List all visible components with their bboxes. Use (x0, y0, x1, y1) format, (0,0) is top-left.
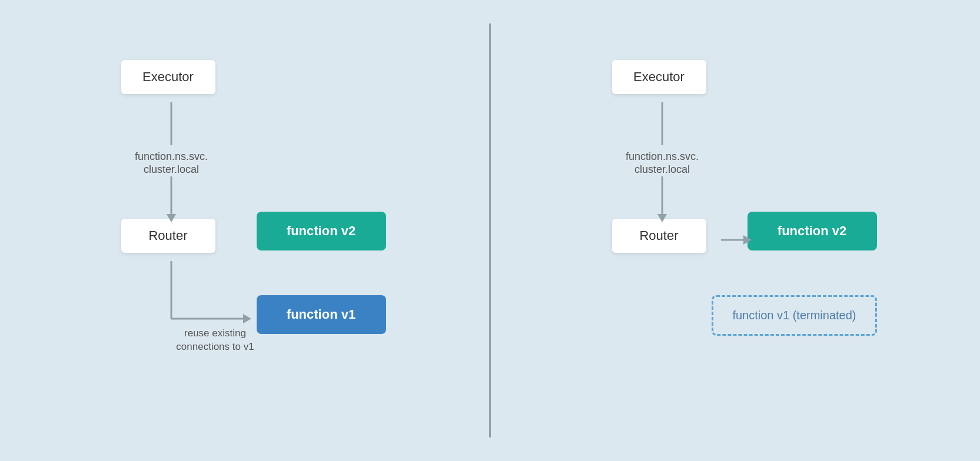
fn-v1-terminated-node: function v1 (terminated) (712, 295, 876, 336)
router-label-2: Router (639, 228, 678, 243)
fn-v2-box-1: function v2 (257, 212, 386, 250)
fn-v2-node-1: function v2 (257, 212, 386, 250)
fn-v2-label-2: function v2 (778, 223, 846, 238)
svg-text:function.ns.svc.: function.ns.svc. (625, 151, 698, 162)
router-box-2: Router (612, 219, 706, 253)
diagram-2: Executor Router function v2 function v1 … (594, 42, 877, 419)
router-box-1: Router (121, 219, 215, 253)
executor-node-2: Executor (612, 60, 706, 94)
fn-v2-label-1: function v2 (287, 223, 356, 238)
executor-node-1: Executor (121, 60, 215, 94)
svg-text:cluster.local: cluster.local (143, 163, 198, 175)
reuse-label: reuse existingconnections to v1 (174, 327, 257, 354)
fn-v1-label-1: function v1 (287, 307, 356, 322)
router-node-2: Router (612, 219, 706, 253)
fn-v2-node-2: function v2 (748, 212, 877, 250)
fn-v1-terminated-box: function v1 (terminated) (712, 295, 876, 336)
svg-text:function.ns.svc.: function.ns.svc. (134, 151, 207, 162)
router-node-1: Router (121, 219, 215, 253)
executor-label-1: Executor (142, 69, 194, 84)
fn-v2-box-2: function v2 (748, 212, 877, 250)
fn-v1-terminated-label: function v1 (terminated) (732, 309, 856, 322)
diagrams-container: Executor Router function v2 function v1 (0, 0, 980, 461)
router-label-1: Router (148, 228, 187, 243)
executor-box-2: Executor (612, 60, 706, 94)
fn-v1-box-1: function v1 (257, 295, 386, 334)
diagram-panel-right: Executor Router function v2 function v1 … (491, 0, 980, 461)
fn-v1-node-1: function v1 (257, 295, 386, 334)
svg-text:cluster.local: cluster.local (634, 163, 689, 175)
svg-marker-7 (243, 314, 251, 323)
diagram-panel-left: Executor Router function v2 function v1 (0, 0, 489, 461)
executor-box-1: Executor (121, 60, 215, 94)
executor-label-2: Executor (633, 69, 685, 84)
diagram-1: Executor Router function v2 function v1 (104, 42, 386, 419)
